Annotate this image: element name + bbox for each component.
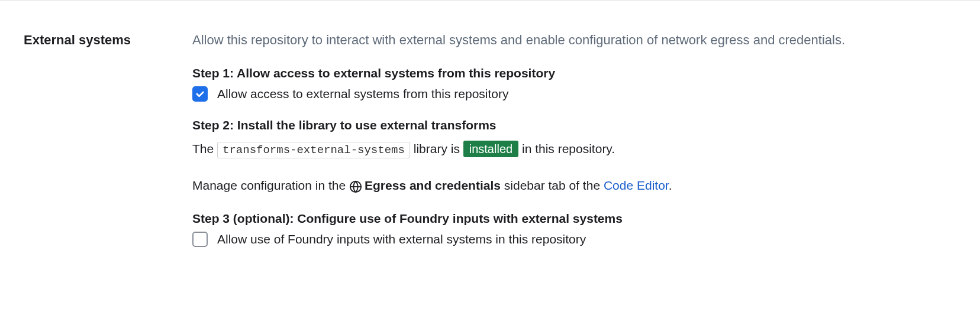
section-content: Allow this repository to interact with e… — [192, 30, 956, 264]
library-suffix: in this repository. — [518, 142, 615, 155]
step-3-title: Step 3 (optional): Configure use of Foun… — [192, 212, 956, 226]
step-1-title: Step 1: Allow access to external systems… — [192, 66, 956, 80]
library-mid1: library is — [410, 142, 463, 155]
library-status-line: The transforms-external-systems library … — [192, 138, 956, 160]
step-2-title: Step 2: Install the library to use exter… — [192, 118, 956, 132]
step-1-checkbox-row: Allow access to external systems from th… — [192, 86, 956, 102]
step-3: Step 3 (optional): Configure use of Foun… — [192, 212, 956, 247]
globe-icon — [349, 180, 362, 193]
section-label: External systems — [24, 30, 192, 264]
step-3-checkbox-row: Allow use of Foundry inputs with externa… — [192, 232, 956, 247]
manage-mid: sidebar tab of the — [501, 178, 604, 192]
library-prefix: The — [192, 142, 217, 155]
manage-configuration-line: Manage configuration in the Egress and c… — [192, 176, 956, 195]
egress-credentials-label: Egress and credentials — [365, 178, 501, 192]
step-1: Step 1: Allow access to external systems… — [192, 66, 956, 102]
manage-period: . — [669, 178, 672, 192]
allow-access-checkbox[interactable] — [192, 86, 208, 102]
section-description: Allow this repository to interact with e… — [192, 30, 956, 50]
allow-foundry-inputs-checkbox[interactable] — [192, 232, 208, 247]
step-2: Step 2: Install the library to use exter… — [192, 118, 956, 160]
installed-badge: installed — [463, 141, 518, 157]
allow-access-label: Allow access to external systems from th… — [217, 87, 509, 101]
allow-foundry-inputs-label: Allow use of Foundry inputs with externa… — [217, 232, 586, 246]
external-systems-section: External systems Allow this repository t… — [0, 0, 980, 299]
manage-prefix: Manage configuration in the — [192, 178, 349, 192]
check-icon — [195, 89, 205, 99]
library-name-code: transforms-external-systems — [217, 142, 410, 158]
code-editor-link[interactable]: Code Editor — [604, 178, 669, 192]
